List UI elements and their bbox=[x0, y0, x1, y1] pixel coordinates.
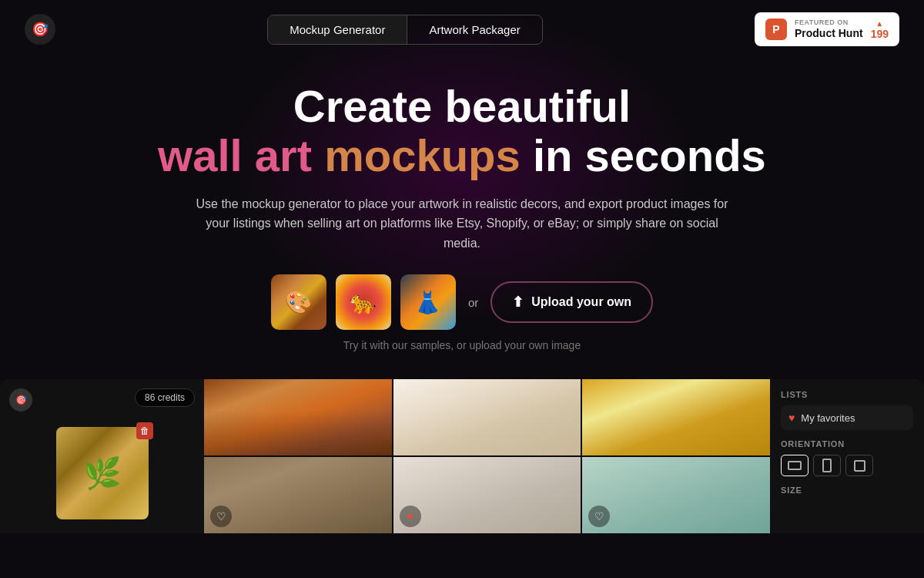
sample-row: or ⬆ Upload your own bbox=[15, 274, 909, 330]
mockup-cell-3[interactable] bbox=[582, 379, 770, 455]
orientation-section-title: ORIENTATION bbox=[781, 439, 913, 449]
mockup-image-1 bbox=[204, 379, 392, 455]
credits-badge: 86 credits bbox=[135, 388, 195, 407]
hero-title-line1: Create beautiful bbox=[15, 82, 909, 131]
right-sidebar: LISTS ♥ My favorites ORIENTATION SIZE bbox=[770, 379, 924, 533]
upload-button[interactable]: ⬆ Upload your own bbox=[490, 281, 653, 323]
sample-hint: Try it with our samples, or upload your … bbox=[15, 339, 909, 351]
orientation-square-button[interactable] bbox=[845, 455, 873, 476]
mockup-image-3 bbox=[582, 379, 770, 455]
favorites-item[interactable]: ♥ My favorites bbox=[781, 405, 913, 430]
mockup-grid: ♡ ♥ ♡ bbox=[204, 379, 770, 533]
portrait-icon bbox=[822, 459, 832, 472]
header: 🎯 Mockup Generator Artwork Packager P FE… bbox=[0, 0, 924, 59]
sample-artwork-2[interactable] bbox=[336, 274, 391, 330]
or-label: or bbox=[468, 296, 478, 309]
artwork-preview: 🌿 🗑 bbox=[56, 427, 149, 519]
hero-subtitle: Use the mockup generator to place your a… bbox=[192, 194, 732, 254]
product-hunt-text: FEATURED ON Product Hunt bbox=[795, 18, 863, 40]
hero-section: Create beautiful wall art mockups in sec… bbox=[0, 59, 924, 367]
mockup-image-2 bbox=[393, 379, 581, 455]
mockup-cell-2[interactable] bbox=[393, 379, 581, 455]
mockup-cell-1[interactable] bbox=[204, 379, 392, 455]
mockup-cell-5[interactable]: ♥ bbox=[393, 457, 581, 533]
square-icon bbox=[854, 460, 865, 472]
upload-icon: ⬆ bbox=[512, 294, 524, 311]
word-in-seconds: in seconds bbox=[533, 130, 766, 180]
mockup-image-6 bbox=[582, 457, 770, 533]
product-hunt-featured-label: FEATURED ON bbox=[795, 18, 863, 27]
product-hunt-votes: 199 bbox=[871, 28, 889, 40]
logo[interactable]: 🎯 bbox=[25, 14, 55, 45]
favorites-label: My favorites bbox=[801, 412, 855, 424]
word-mockups: mockups bbox=[324, 130, 521, 180]
left-panel: 🎯 86 credits 🌿 🗑 bbox=[0, 379, 204, 533]
mockup-cell-6[interactable]: ♡ bbox=[582, 457, 770, 533]
product-hunt-name: Product Hunt bbox=[795, 27, 863, 40]
orientation-portrait-button[interactable] bbox=[813, 455, 841, 476]
sample-artwork-1[interactable] bbox=[271, 274, 326, 330]
logo-icon: 🎯 bbox=[32, 21, 49, 38]
delete-artwork-button[interactable]: 🗑 bbox=[136, 422, 153, 439]
preview-section: 🎯 86 credits 🌿 🗑 ♡ ♥ ♡ LIST bbox=[0, 379, 924, 533]
mockup-image-5 bbox=[393, 457, 581, 533]
upload-button-label: Upload your own bbox=[531, 295, 631, 309]
heart-button-5[interactable]: ♥ bbox=[400, 506, 421, 527]
orientation-buttons bbox=[781, 455, 913, 476]
landscape-icon bbox=[788, 461, 802, 470]
lists-section-title: LISTS bbox=[781, 390, 913, 399]
product-hunt-count: ▲ 199 bbox=[871, 19, 889, 40]
word-art: art bbox=[255, 130, 312, 180]
product-hunt-badge[interactable]: P FEATURED ON Product Hunt ▲ 199 bbox=[755, 12, 899, 46]
favorites-heart-icon: ♥ bbox=[788, 412, 795, 424]
word-wall: wall bbox=[158, 130, 243, 180]
mockup-cell-4[interactable]: ♡ bbox=[204, 457, 392, 533]
mockup-image-4 bbox=[204, 457, 392, 533]
hero-title-line2: wall art mockups in seconds bbox=[15, 131, 909, 180]
product-hunt-logo: P bbox=[765, 18, 787, 40]
nav-tabs: Mockup Generator Artwork Packager bbox=[267, 15, 543, 45]
tab-artwork-packager[interactable]: Artwork Packager bbox=[407, 15, 541, 44]
upvote-arrow-icon: ▲ bbox=[875, 19, 883, 28]
sample-artwork-3[interactable] bbox=[400, 274, 456, 330]
orientation-landscape-button[interactable] bbox=[781, 455, 808, 476]
tab-mockup-generator[interactable]: Mockup Generator bbox=[268, 15, 407, 44]
size-section-title: SIZE bbox=[781, 486, 913, 495]
editor-logo: 🎯 bbox=[9, 388, 32, 412]
